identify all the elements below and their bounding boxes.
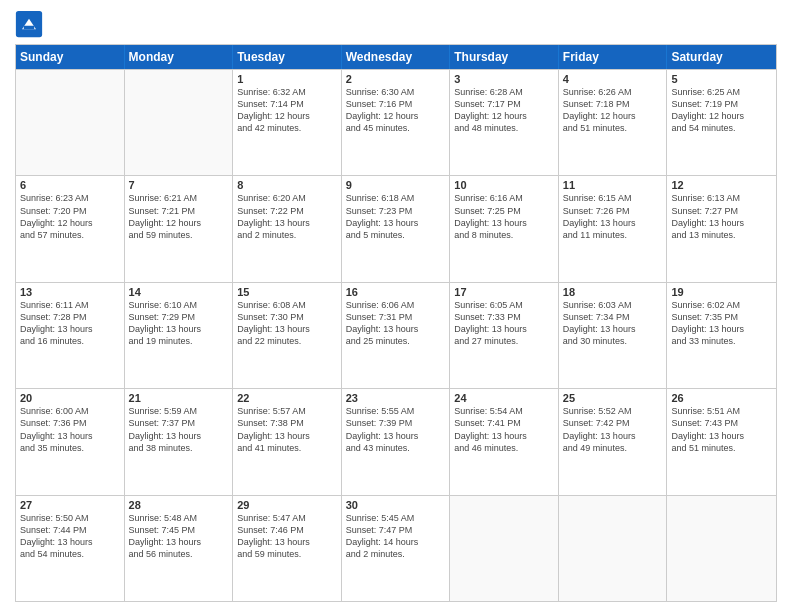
calendar-cell: 25Sunrise: 5:52 AMSunset: 7:42 PMDayligh… <box>559 389 668 494</box>
calendar-cell: 9Sunrise: 6:18 AMSunset: 7:23 PMDaylight… <box>342 176 451 281</box>
cell-line: Sunrise: 6:30 AM <box>346 86 446 98</box>
weekday-header: Tuesday <box>233 45 342 69</box>
cell-line: Sunrise: 6:13 AM <box>671 192 772 204</box>
day-number: 12 <box>671 179 772 191</box>
day-number: 28 <box>129 499 229 511</box>
day-number: 22 <box>237 392 337 404</box>
day-number: 23 <box>346 392 446 404</box>
day-number: 10 <box>454 179 554 191</box>
calendar-cell: 29Sunrise: 5:47 AMSunset: 7:46 PMDayligh… <box>233 496 342 601</box>
calendar-cell <box>450 496 559 601</box>
cell-line: and 49 minutes. <box>563 442 663 454</box>
calendar-cell: 19Sunrise: 6:02 AMSunset: 7:35 PMDayligh… <box>667 283 776 388</box>
cell-line: and 33 minutes. <box>671 335 772 347</box>
cell-line: Sunrise: 6:25 AM <box>671 86 772 98</box>
day-number: 1 <box>237 73 337 85</box>
cell-line: and 27 minutes. <box>454 335 554 347</box>
calendar-cell: 28Sunrise: 5:48 AMSunset: 7:45 PMDayligh… <box>125 496 234 601</box>
cell-line: Sunset: 7:17 PM <box>454 98 554 110</box>
cell-line: Daylight: 13 hours <box>129 536 229 548</box>
day-number: 30 <box>346 499 446 511</box>
cell-line: Daylight: 13 hours <box>563 323 663 335</box>
day-number: 6 <box>20 179 120 191</box>
cell-line: Daylight: 13 hours <box>454 217 554 229</box>
cell-line: and 30 minutes. <box>563 335 663 347</box>
calendar-cell: 5Sunrise: 6:25 AMSunset: 7:19 PMDaylight… <box>667 70 776 175</box>
day-number: 17 <box>454 286 554 298</box>
cell-line: and 46 minutes. <box>454 442 554 454</box>
cell-line: and 38 minutes. <box>129 442 229 454</box>
cell-line: Daylight: 13 hours <box>237 217 337 229</box>
svg-rect-2 <box>24 26 35 30</box>
cell-line: and 45 minutes. <box>346 122 446 134</box>
calendar-cell: 12Sunrise: 6:13 AMSunset: 7:27 PMDayligh… <box>667 176 776 281</box>
calendar-cell: 13Sunrise: 6:11 AMSunset: 7:28 PMDayligh… <box>16 283 125 388</box>
cell-line: Sunrise: 6:11 AM <box>20 299 120 311</box>
cell-line: Sunset: 7:21 PM <box>129 205 229 217</box>
weekday-header: Saturday <box>667 45 776 69</box>
calendar-cell: 20Sunrise: 6:00 AMSunset: 7:36 PMDayligh… <box>16 389 125 494</box>
calendar-cell <box>667 496 776 601</box>
cell-line: Daylight: 13 hours <box>237 323 337 335</box>
cell-line: and 35 minutes. <box>20 442 120 454</box>
cell-line: Daylight: 12 hours <box>237 110 337 122</box>
cell-line: Sunset: 7:30 PM <box>237 311 337 323</box>
cell-line: Daylight: 13 hours <box>129 323 229 335</box>
cell-line: Sunset: 7:34 PM <box>563 311 663 323</box>
cell-line: Daylight: 13 hours <box>20 536 120 548</box>
cell-line: Sunrise: 6:32 AM <box>237 86 337 98</box>
cell-line: and 8 minutes. <box>454 229 554 241</box>
cell-line: Daylight: 13 hours <box>20 430 120 442</box>
cell-line: Sunrise: 5:54 AM <box>454 405 554 417</box>
cell-line: and 59 minutes. <box>237 548 337 560</box>
cell-line: Sunrise: 6:06 AM <box>346 299 446 311</box>
calendar-cell: 8Sunrise: 6:20 AMSunset: 7:22 PMDaylight… <box>233 176 342 281</box>
calendar-row: 13Sunrise: 6:11 AMSunset: 7:28 PMDayligh… <box>16 282 776 388</box>
day-number: 25 <box>563 392 663 404</box>
calendar-cell: 30Sunrise: 5:45 AMSunset: 7:47 PMDayligh… <box>342 496 451 601</box>
calendar-cell: 17Sunrise: 6:05 AMSunset: 7:33 PMDayligh… <box>450 283 559 388</box>
cell-line: Sunset: 7:42 PM <box>563 417 663 429</box>
cell-line: Sunrise: 6:23 AM <box>20 192 120 204</box>
cell-line: Sunrise: 6:08 AM <box>237 299 337 311</box>
day-number: 11 <box>563 179 663 191</box>
cell-line: Daylight: 12 hours <box>454 110 554 122</box>
calendar-cell: 23Sunrise: 5:55 AMSunset: 7:39 PMDayligh… <box>342 389 451 494</box>
cell-line: Daylight: 13 hours <box>671 323 772 335</box>
cell-line: Sunset: 7:44 PM <box>20 524 120 536</box>
cell-line: Sunrise: 6:00 AM <box>20 405 120 417</box>
cell-line: and 25 minutes. <box>346 335 446 347</box>
day-number: 26 <box>671 392 772 404</box>
cell-line: Sunset: 7:26 PM <box>563 205 663 217</box>
calendar-row: 6Sunrise: 6:23 AMSunset: 7:20 PMDaylight… <box>16 175 776 281</box>
cell-line: Daylight: 13 hours <box>671 217 772 229</box>
weekday-header: Friday <box>559 45 668 69</box>
cell-line: Daylight: 12 hours <box>671 110 772 122</box>
logo <box>15 10 47 38</box>
calendar-cell: 7Sunrise: 6:21 AMSunset: 7:21 PMDaylight… <box>125 176 234 281</box>
calendar-cell: 11Sunrise: 6:15 AMSunset: 7:26 PMDayligh… <box>559 176 668 281</box>
day-number: 19 <box>671 286 772 298</box>
calendar-row: 27Sunrise: 5:50 AMSunset: 7:44 PMDayligh… <box>16 495 776 601</box>
day-number: 16 <box>346 286 446 298</box>
day-number: 18 <box>563 286 663 298</box>
day-number: 21 <box>129 392 229 404</box>
cell-line: Sunset: 7:33 PM <box>454 311 554 323</box>
day-number: 9 <box>346 179 446 191</box>
cell-line: and 56 minutes. <box>129 548 229 560</box>
cell-line: and 59 minutes. <box>129 229 229 241</box>
weekday-header: Thursday <box>450 45 559 69</box>
calendar-cell: 3Sunrise: 6:28 AMSunset: 7:17 PMDaylight… <box>450 70 559 175</box>
cell-line: Sunrise: 6:05 AM <box>454 299 554 311</box>
cell-line: Daylight: 13 hours <box>20 323 120 335</box>
cell-line: Sunrise: 6:10 AM <box>129 299 229 311</box>
cell-line: Sunrise: 5:57 AM <box>237 405 337 417</box>
cell-line: and 19 minutes. <box>129 335 229 347</box>
cell-line: and 2 minutes. <box>346 548 446 560</box>
day-number: 29 <box>237 499 337 511</box>
cell-line: and 51 minutes. <box>563 122 663 134</box>
cell-line: Sunrise: 5:55 AM <box>346 405 446 417</box>
weekday-header: Wednesday <box>342 45 451 69</box>
cell-line: Sunrise: 6:26 AM <box>563 86 663 98</box>
cell-line: Sunset: 7:18 PM <box>563 98 663 110</box>
